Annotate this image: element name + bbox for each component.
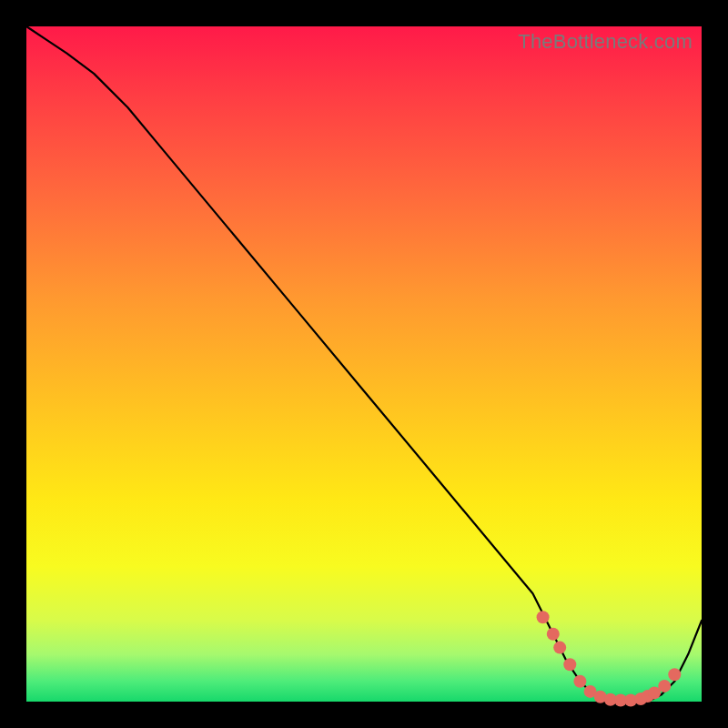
highlight-dot <box>658 680 671 693</box>
highlight-dot <box>537 611 550 623</box>
highlight-dot <box>668 668 681 681</box>
highlight-dots-group <box>537 611 682 706</box>
highlight-dot <box>547 628 560 641</box>
bottleneck-curve-line <box>26 26 702 702</box>
curve-svg <box>26 26 702 702</box>
highlight-dot <box>563 658 576 671</box>
highlight-dot <box>573 675 586 688</box>
highlight-dot <box>553 642 566 654</box>
chart-frame: TheBottleneck.com <box>0 0 728 728</box>
plot-area: TheBottleneck.com <box>26 26 702 702</box>
